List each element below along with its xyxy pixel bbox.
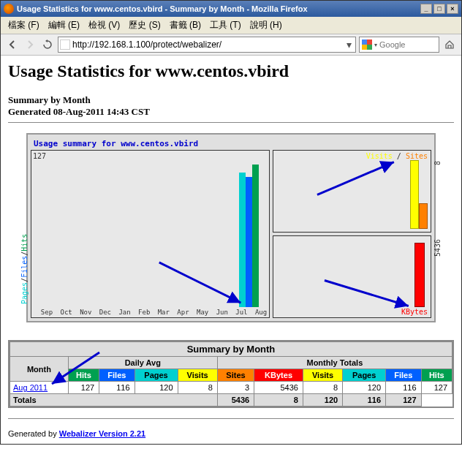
- menu-tools[interactable]: 工具 (T): [205, 18, 246, 33]
- search-engine-dropdown[interactable]: ▾: [374, 42, 377, 48]
- table-row: Aug 2011 127 116 120 8 3 5436 8 120 116 …: [10, 382, 452, 394]
- cell: 127: [421, 382, 452, 394]
- window-minimize-button[interactable]: _: [420, 4, 432, 14]
- y-max-r2: 5436: [433, 239, 442, 257]
- bar-pages-aug: [239, 173, 246, 307]
- legend-visits: Visits: [366, 152, 393, 160]
- cell: 8: [178, 382, 217, 394]
- google-icon: [362, 39, 372, 50]
- window-close-button[interactable]: ×: [447, 4, 458, 14]
- col-files: Files: [99, 369, 135, 382]
- col-kbytes: KBytes: [254, 369, 303, 382]
- webalizer-link[interactable]: Webalizer Version 2.21: [59, 429, 145, 438]
- cell: 127: [68, 382, 99, 394]
- window-title: Usage Statistics for www.centos.vbird - …: [17, 4, 420, 13]
- chart-right-bottom-panel: KBytes 5436: [273, 235, 431, 318]
- menu-view[interactable]: 檢視 (V): [84, 18, 124, 33]
- reload-icon: [42, 39, 53, 50]
- menu-file[interactable]: 檔案 (F): [4, 18, 44, 33]
- search-input[interactable]: [379, 40, 436, 49]
- chart-left-panel: 127 Pages/Files/Hits SepOctNovDecJanFebM…: [31, 150, 270, 318]
- cell: 120: [303, 394, 342, 407]
- month-link[interactable]: Aug 2011: [13, 383, 48, 392]
- footer: Generated by Webalizer Version 2.21: [8, 429, 454, 438]
- bar-kbytes: [414, 243, 425, 307]
- group-daily: Daily Avg: [68, 357, 217, 369]
- col-pages: Pages: [135, 369, 178, 382]
- home-button[interactable]: [442, 37, 457, 52]
- col-files-t: Files: [386, 369, 421, 382]
- forward-button[interactable]: [23, 37, 37, 52]
- col-sites: Sites: [217, 369, 254, 382]
- cell: 3: [217, 382, 254, 394]
- cell: 8: [303, 382, 342, 394]
- chart-right-top-panel: Visits / Sites 8: [273, 150, 431, 233]
- annotation-arrow-icon: [31, 151, 269, 317]
- table-title: Summary by Month: [10, 342, 452, 357]
- bar-sites: [419, 203, 428, 229]
- totals-label: Totals: [10, 394, 218, 407]
- cell: 116: [343, 394, 386, 407]
- cell: 120: [135, 382, 178, 394]
- cell: 5436: [217, 394, 254, 407]
- menu-history[interactable]: 歷史 (S): [124, 18, 164, 33]
- totals-row: Totals 5436 8 120 116 127: [10, 394, 452, 407]
- page-title: Usage Statistics for www.centos.vbird: [8, 61, 454, 81]
- menu-edit[interactable]: 編輯 (E): [44, 18, 84, 33]
- group-totals: Monthly Totals: [217, 357, 452, 369]
- y-max-left: 127: [33, 152, 46, 160]
- bar-visits: [410, 160, 419, 229]
- legend-sites: Sites: [406, 152, 428, 160]
- window-titlebar: Usage Statistics for www.centos.vbird - …: [1, 1, 461, 17]
- col-visits: Visits: [178, 369, 217, 382]
- divider: [8, 418, 454, 419]
- cell: 8: [254, 394, 303, 407]
- bar-files-aug: [246, 177, 252, 307]
- url-input[interactable]: [72, 39, 344, 50]
- summary-table: Summary by Month Month Daily Avg Monthly…: [8, 340, 454, 408]
- col-visits-t: Visits: [303, 369, 342, 382]
- search-bar[interactable]: ▾: [359, 37, 439, 53]
- col-pages-t: Pages: [343, 369, 386, 382]
- nav-toolbar: ▾ ▾: [1, 34, 461, 56]
- reload-button[interactable]: [40, 37, 55, 52]
- cell: 5436: [254, 382, 303, 394]
- cell: 116: [99, 382, 135, 394]
- cell: 127: [386, 394, 421, 407]
- url-bar[interactable]: ▾: [58, 37, 356, 53]
- arrow-right-icon: [25, 39, 35, 50]
- annotation-arrow-icon: [273, 151, 431, 232]
- arrow-left-icon: [7, 39, 18, 50]
- legend-pages: Pages: [20, 282, 29, 304]
- firefox-icon: [4, 4, 14, 14]
- svg-line-1: [317, 162, 394, 195]
- divider: [8, 122, 454, 123]
- cell: 116: [386, 382, 421, 394]
- col-hits-t: Hits: [421, 369, 452, 382]
- url-dropdown-icon[interactable]: ▾: [344, 39, 354, 50]
- col-month: Month: [10, 357, 69, 382]
- y-max-r1: 8: [433, 161, 442, 165]
- legend-kbytes: KBytes: [401, 308, 428, 316]
- menu-bar: 檔案 (F) 編輯 (E) 檢視 (V) 歷史 (S) 書籤 (B) 工具 (T…: [1, 17, 461, 34]
- page-icon: [60, 39, 70, 50]
- chart-image: Usage summary for www.centos.vbird 127 P…: [26, 133, 436, 322]
- svg-line-2: [325, 280, 409, 306]
- legend-files: Files: [20, 256, 29, 278]
- cell: 120: [343, 382, 386, 394]
- home-icon: [444, 39, 455, 50]
- back-button[interactable]: [5, 37, 20, 52]
- bar-hits-aug: [252, 165, 259, 307]
- menu-help[interactable]: 說明 (H): [246, 18, 287, 33]
- menu-bookmarks[interactable]: 書籤 (B): [165, 18, 205, 33]
- col-hits: Hits: [68, 369, 99, 382]
- footer-text: Generated by: [8, 429, 59, 438]
- svg-line-0: [159, 262, 241, 303]
- subtitle-summary: Summary by Month: [8, 94, 454, 106]
- window-maximize-button[interactable]: □: [433, 4, 445, 14]
- annotation-arrow-icon: [273, 236, 431, 317]
- chart-title: Usage summary for www.centos.vbird: [31, 137, 431, 150]
- page-content: Usage Statistics for www.centos.vbird Su…: [1, 56, 461, 444]
- x-axis-months: SepOctNovDecJanFebMarAprMayJunJulAug: [40, 309, 268, 316]
- legend-hits: Hits: [20, 234, 29, 252]
